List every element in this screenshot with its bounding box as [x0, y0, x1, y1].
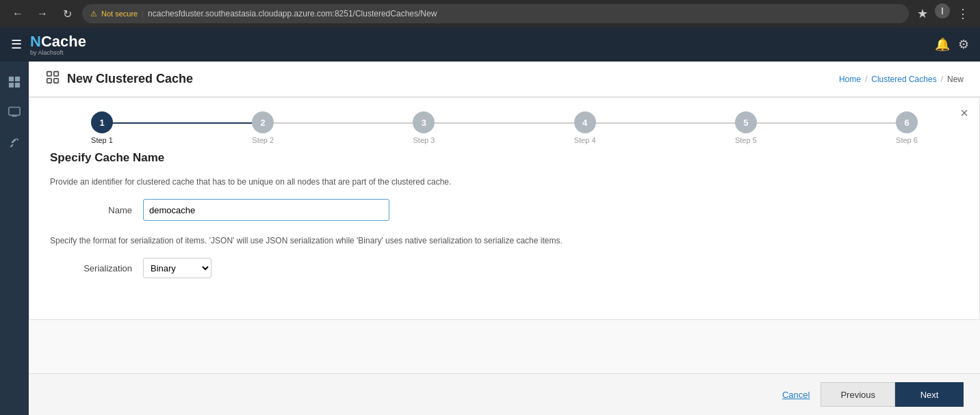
- back-button[interactable]: ←: [8, 4, 27, 23]
- form-section: Specify Cache Name Provide an identifier…: [50, 144, 959, 306]
- serialization-row: Serialization Binary JSON: [50, 258, 959, 278]
- step-6: 6 Step 6: [896, 111, 918, 144]
- form-description-name: Provide an identifier for clustered cach…: [50, 176, 959, 188]
- form-panel: × 1 Step 1: [29, 97, 980, 320]
- app-layout: ☰ NCache by Alachsoft 🔔 ⚙: [0, 27, 980, 415]
- page-title: New Clustered Cache: [67, 72, 193, 86]
- close-button[interactable]: ×: [960, 106, 968, 120]
- body-area: New Clustered Cache Home / Clustered Cac…: [0, 62, 980, 415]
- svg-rect-0: [9, 77, 14, 81]
- stepper-area: 1 Step 1 2 Step 2: [50, 111, 959, 144]
- step-bubble-4: 4: [574, 111, 596, 133]
- browser-chrome: ← → ↻ ⚠ Not secure | ncachesfduster.sout…: [0, 0, 980, 27]
- step-bubble-6: 6: [896, 111, 918, 133]
- forward-button[interactable]: →: [33, 4, 52, 23]
- svg-rect-5: [12, 116, 16, 116]
- logo-area: NCache by Alachsoft: [30, 33, 86, 56]
- cancel-button[interactable]: Cancel: [771, 384, 821, 405]
- svg-rect-7: [54, 72, 58, 76]
- step-5: 5 Step 5: [735, 111, 757, 144]
- form-container: × 1 Step 1: [29, 97, 980, 373]
- security-warning-icon: ⚠: [90, 10, 97, 18]
- breadcrumb-current: New: [947, 75, 964, 84]
- step-seg-5: [757, 122, 896, 124]
- breadcrumb-sep-1: /: [865, 75, 867, 84]
- sidebar-icon-dashboard[interactable]: [2, 70, 27, 94]
- serialization-select[interactable]: Binary JSON: [143, 258, 211, 278]
- previous-button[interactable]: Previous: [821, 382, 895, 407]
- notification-icon[interactable]: 🔔: [935, 37, 950, 52]
- main-content: New Clustered Cache Home / Clustered Cac…: [29, 62, 980, 415]
- svg-rect-4: [9, 107, 20, 116]
- name-input[interactable]: [143, 199, 389, 221]
- logo-text: NCache: [30, 33, 86, 51]
- logo-sub: by Alachsoft: [30, 49, 86, 56]
- step-1: 1 Step 1: [91, 111, 113, 144]
- svg-rect-1: [15, 77, 20, 81]
- form-section-title: Specify Cache Name: [50, 151, 959, 165]
- name-row: Name: [50, 199, 959, 221]
- svg-rect-3: [15, 83, 20, 88]
- step-label-6: Step 6: [896, 136, 918, 144]
- nav-icons: 🔔 ⚙: [935, 37, 969, 52]
- settings-icon[interactable]: ⚙: [958, 37, 969, 52]
- step-label-5: Step 5: [735, 136, 757, 144]
- form-footer: Cancel Previous Next: [29, 373, 980, 415]
- breadcrumb-parent[interactable]: Clustered Caches: [871, 75, 936, 84]
- step-2: 2 Step 2: [252, 111, 274, 144]
- stepper-row: 1 Step 1 2 Step 2: [64, 111, 945, 144]
- top-nav: ☰ NCache by Alachsoft 🔔 ⚙: [0, 27, 980, 62]
- sidebar-icon-tools[interactable]: [2, 130, 27, 155]
- security-warning-text: Not secure: [101, 10, 138, 18]
- svg-rect-9: [54, 79, 58, 83]
- breadcrumb: Home / Clustered Caches / New: [839, 75, 964, 84]
- step-seg-4: [596, 122, 735, 124]
- profile-icon[interactable]: I: [935, 3, 950, 18]
- page-header: New Clustered Cache Home / Clustered Cac…: [29, 62, 980, 97]
- browser-actions: ★ I ⋮: [914, 3, 972, 24]
- url-text: ncachesfduster.southeastasia.cloudapp.az…: [148, 9, 437, 18]
- sidebar-icon-monitor[interactable]: [2, 100, 27, 124]
- step-label-1: Step 1: [91, 136, 113, 144]
- step-label-3: Step 3: [413, 136, 435, 144]
- step-bubble-5: 5: [735, 111, 757, 133]
- svg-rect-6: [47, 72, 51, 76]
- step-3: 3 Step 3: [413, 111, 435, 144]
- page-title-icon: [45, 70, 60, 88]
- next-button[interactable]: Next: [895, 382, 964, 407]
- logo-cache: Cache: [41, 33, 86, 50]
- step-bubble-3: 3: [413, 111, 435, 133]
- step-bubble-1: 1: [91, 111, 113, 133]
- svg-rect-8: [47, 79, 51, 83]
- step-label-4: Step 4: [574, 136, 596, 144]
- step-seg-1: [113, 122, 252, 124]
- name-label: Name: [50, 205, 132, 215]
- step-bubble-2: 2: [252, 111, 274, 133]
- menu-icon[interactable]: ⋮: [954, 3, 972, 24]
- bookmark-icon[interactable]: ★: [914, 3, 931, 24]
- step-seg-2: [274, 122, 413, 124]
- breadcrumb-home[interactable]: Home: [839, 75, 861, 84]
- sidebar: [0, 62, 29, 415]
- hamburger-menu[interactable]: ☰: [11, 37, 22, 52]
- address-bar[interactable]: ⚠ Not secure | ncachesfduster.southeasta…: [82, 4, 909, 23]
- serialization-label: Serialization: [50, 263, 132, 273]
- svg-rect-2: [9, 83, 14, 88]
- logo-n: N: [30, 33, 41, 50]
- form-description-serialization: Specify the format for serialization of …: [50, 235, 959, 247]
- step-seg-3: [435, 122, 573, 124]
- breadcrumb-sep-2: /: [941, 75, 943, 84]
- page-title-area: New Clustered Cache: [45, 70, 193, 88]
- step-4: 4 Step 4: [574, 111, 596, 144]
- reload-button[interactable]: ↻: [57, 4, 77, 23]
- step-label-2: Step 2: [252, 136, 274, 144]
